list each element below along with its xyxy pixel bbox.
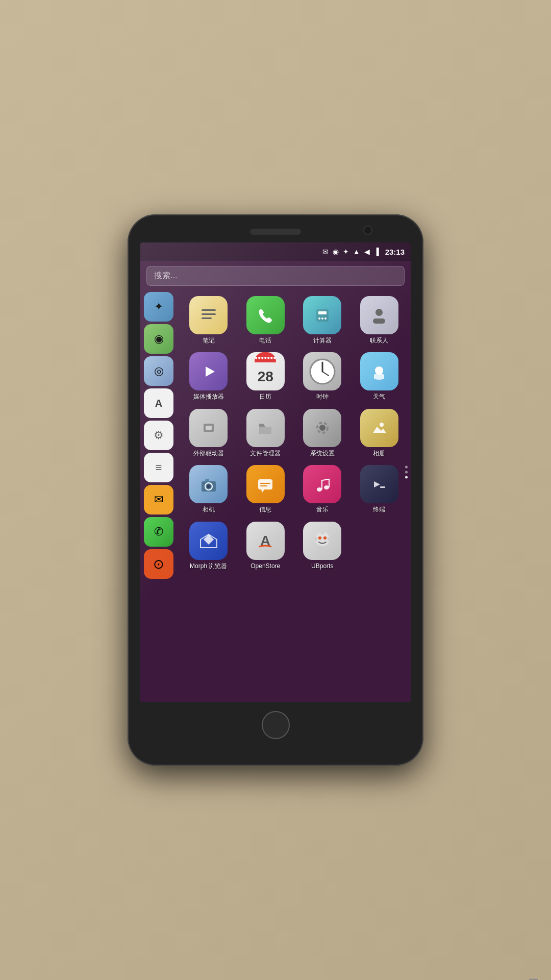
svg-rect-31 [380,486,385,488]
svg-point-7 [324,317,327,320]
app-external-label: 外部驱动器 [193,450,224,457]
phone-speaker [250,229,301,235]
app-contacts-icon [360,296,398,334]
sidebar-item-ubuntu[interactable]: ⊙ [144,549,173,579]
sidebar-item-browser[interactable]: ✦ [144,292,173,322]
app-music[interactable]: 音乐 [295,462,350,516]
app-calendar-icon: ●●●●●●● 28 [246,352,285,390]
home-button[interactable] [262,711,290,739]
app-calculator-label: 计算器 [313,337,332,344]
app-calculator[interactable]: 计算器 [295,293,350,347]
page-indicator [405,466,408,479]
app-files-label: 文件管理器 [250,450,281,457]
battery-status-icon: ▐ [374,248,379,256]
sidebar: ✦ ◉ ◎ A ⚙ ≡ ✉ ✆ ⊙ [140,290,177,581]
app-music-label: 音乐 [316,506,329,513]
app-media-label: 媒体播放器 [193,393,224,400]
svg-point-35 [315,532,330,546]
app-gallery[interactable]: 相册 [352,406,407,460]
app-messages[interactable]: 信息 [238,462,293,516]
sidebar-item-messages[interactable]: ✉ [144,485,173,514]
app-gallery-icon [360,409,398,447]
app-external[interactable]: 外部驱动器 [181,406,236,460]
status-time: 23:13 [385,248,405,256]
svg-marker-25 [261,489,264,493]
app-files-icon [246,409,285,447]
app-weather-icon [360,352,398,390]
app-external-icon [189,409,228,447]
dot-1 [405,466,408,469]
svg-rect-3 [316,309,329,322]
svg-point-37 [323,536,327,540]
app-media-icon [189,352,228,390]
status-bar: ✉ ◉ ✦ ▲ ◀ ▐ 23:13 [140,242,411,261]
app-phone-label: 电话 [259,337,271,344]
app-clock-icon [303,352,341,390]
wifi-status-icon: ▲ [353,248,360,256]
svg-point-8 [375,309,383,316]
svg-rect-0 [202,309,216,311]
svg-rect-2 [202,317,212,319]
app-calendar[interactable]: ●●●●●●● 28 日历 [238,349,293,403]
svg-point-19 [380,423,384,427]
app-contacts[interactable]: 联系人 [352,293,407,347]
app-ubports[interactable]: UBports [295,519,350,573]
svg-point-28 [317,487,322,492]
search-bar[interactable]: 搜索... [146,266,405,286]
svg-marker-10 [206,366,215,377]
main-area: ✦ ◉ ◎ A ⚙ ≡ ✉ ✆ ⊙ [140,290,411,581]
svg-marker-30 [374,481,380,487]
calendar-date: 28 [258,370,273,384]
phone-shell: ✉ ◉ ✦ ▲ ◀ ▐ 23:13 搜索... ✦ ◉ ◎ A ⚙ ≡ [128,214,423,766]
app-openstore[interactable]: A OpenStore [238,519,293,573]
app-openstore-label: OpenStore [251,562,280,570]
app-files[interactable]: 文件管理器 [238,406,293,460]
svg-rect-41 [318,546,321,550]
app-clock-label: 时钟 [316,393,329,400]
sidebar-item-maps[interactable]: ◉ [144,324,173,354]
sidebar-item-settings[interactable]: ⚙ [144,421,173,450]
svg-rect-16 [206,426,212,430]
svg-rect-23 [205,479,209,482]
app-phone[interactable]: 电话 [238,293,293,347]
svg-rect-26 [260,483,270,484]
app-clock[interactable]: 时钟 [295,349,350,403]
sidebar-item-contacts[interactable]: ≡ [144,453,173,482]
svg-point-17 [319,425,325,431]
app-calculator-icon [303,296,341,334]
app-camera[interactable]: 相机 [181,462,236,516]
svg-rect-4 [318,311,327,314]
dot-2 [405,471,408,474]
svg-point-6 [321,317,323,320]
svg-point-22 [207,484,211,488]
app-terminal[interactable]: 终端 [352,462,407,516]
app-media[interactable]: 媒体播放器 [181,349,236,403]
app-settings[interactable]: 系统设置 [295,406,350,460]
app-terminal-icon [360,465,398,503]
sidebar-item-camera[interactable]: ◎ [144,356,173,386]
app-morph-browser[interactable]: Morph 浏览器 [181,519,236,573]
svg-point-29 [324,485,329,489]
app-calendar-label: 日历 [259,393,271,400]
sidebar-item-phone[interactable]: ✆ [144,517,173,547]
email-status-icon: ✉ [322,248,329,256]
app-notes[interactable]: 笔记 [181,293,236,347]
app-grid: 笔记 电话 [177,290,411,581]
svg-point-36 [318,536,321,540]
front-camera [363,226,372,235]
svg-rect-39 [315,537,317,541]
app-ubports-icon [303,522,341,560]
app-ubports-label: UBports [311,562,333,570]
app-settings-icon [303,409,341,447]
svg-rect-38 [321,532,324,534]
location-status-icon: ◉ [333,248,339,256]
app-weather[interactable]: 天气 [352,349,407,403]
volume-status-icon: ◀ [364,248,370,256]
app-morph-browser-label: Morph 浏览器 [190,562,227,570]
app-terminal-label: 终端 [373,506,385,513]
sidebar-item-font[interactable]: A [144,388,173,418]
page-background: 什么值得买 ✉ ◉ ✦ ▲ ◀ ▐ 23:13 搜索... [0,0,551,980]
dot-3 [405,476,408,479]
svg-rect-42 [324,546,327,550]
app-camera-icon [189,465,228,503]
